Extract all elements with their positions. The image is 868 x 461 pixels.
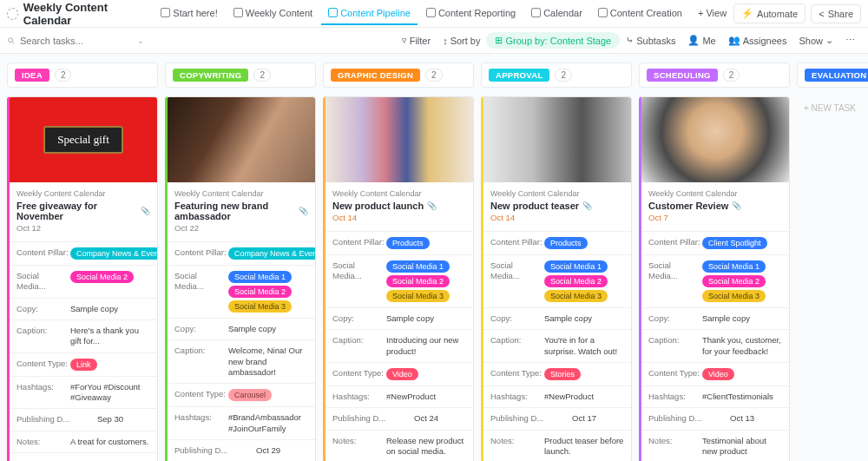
pill-link: Link [70, 359, 97, 371]
field-label: Content Type: [16, 359, 70, 369]
automate-button[interactable]: ⚡Automate [733, 3, 806, 23]
field-value: Oct 13 [702, 413, 782, 424]
sort-button[interactable]: ↕Sort by [437, 33, 486, 49]
field-label: Copy: [332, 313, 386, 324]
field-label: Publishing D... [332, 413, 386, 424]
column-header[interactable]: GRAPHIC DESIGN 2 [323, 63, 474, 88]
pill-sm2: Social Media 2 [70, 271, 134, 283]
tab-content-reporting[interactable]: Content Reporting [419, 3, 523, 25]
stage-label: GRAPHIC DESIGN [331, 69, 420, 82]
stage-count: 2 [253, 69, 271, 82]
search-box[interactable]: ⌄ [7, 36, 144, 46]
show-button[interactable]: Show ⌄ [792, 32, 839, 49]
task-card[interactable]: Weekly Content Calendar New product laun… [323, 96, 474, 461]
card-title: New product teaser [490, 201, 579, 211]
task-card[interactable]: Weekly Content Calendar New product teas… [481, 96, 632, 461]
field-label: Content Pillar: [490, 237, 544, 247]
pill-products: Products [544, 237, 588, 249]
add-view-button[interactable]: + View [691, 3, 733, 25]
tab-content-creation[interactable]: Content Creation [591, 3, 689, 25]
field-value: Sample copy [386, 313, 434, 324]
tab-weekly-content[interactable]: Weekly Content [227, 3, 319, 25]
breadcrumb: Weekly Content Calendar [648, 189, 782, 198]
card-title: Featuring new brand ambassador [174, 201, 295, 221]
card-date: Oct 14 [490, 213, 624, 222]
field-label: Publishing D... [16, 414, 70, 425]
field-label: Publishing D... [174, 445, 228, 456]
task-card[interactable]: Special gift Weekly Content Calendar Fre… [7, 96, 158, 461]
new-task-button[interactable]: + NEW TASK [797, 96, 868, 120]
person-icon: 👤 [687, 35, 700, 46]
column-header[interactable]: APPROVAL 2 [481, 63, 632, 88]
app-logo-icon [7, 8, 18, 20]
stage-count: 2 [55, 69, 72, 82]
column-header[interactable]: COPYWRITING 2 [165, 63, 316, 88]
group-by-button[interactable]: ⊞Group by: Content Stage [486, 32, 620, 49]
pill-products: Products [386, 237, 430, 249]
field-value: Welcome, Nina! Our new brand ambassador! [228, 346, 308, 378]
task-card[interactable]: Weekly Content Calendar Customer Review📎… [639, 96, 790, 461]
field-label: Content Pillar: [648, 237, 702, 247]
task-card[interactable]: Weekly Content Calendar Featuring new br… [165, 96, 316, 461]
more-button[interactable]: ⋯ [839, 32, 861, 49]
breadcrumb: Weekly Content Calendar [332, 189, 466, 198]
card-thumbnail: Special gift [10, 97, 157, 182]
column-header[interactable]: IDEA 2 [7, 63, 158, 88]
field-label: Caption: [174, 346, 228, 356]
field-value: #BrandAmbassador #JoinOurFamily [228, 412, 308, 434]
field-label: Content Pillar: [16, 247, 70, 258]
header-bar: Weekly Content Calendar Start here! Week… [0, 0, 868, 28]
column-idea: IDEA 2 Special gift Weekly Content Calen… [7, 63, 158, 461]
stage-count: 2 [555, 69, 572, 82]
add-subtask-button[interactable]: + ADD SUBTASK [10, 452, 157, 461]
pill-sm3: Social Media 3 [228, 300, 292, 313]
card-title: Customer Review [648, 201, 728, 211]
column-approval: APPROVAL 2 Weekly Content Calendar New p… [481, 63, 632, 461]
field-label: Hashtags: [332, 392, 386, 402]
field-label: Publishing D... [648, 413, 702, 424]
column-header[interactable]: SCHEDULING 2 [639, 63, 790, 88]
me-button[interactable]: 👤Me [681, 32, 721, 49]
search-input[interactable] [20, 36, 98, 46]
tab-start-here[interactable]: Start here! [154, 3, 224, 25]
column-header[interactable]: EVALUATION 0 [797, 63, 868, 88]
toolbar: ⌄ ▿Filter ↕Sort by ⊞Group by: Content St… [0, 28, 868, 54]
pill-sm2: Social Media 2 [228, 286, 292, 298]
chevron-down-icon[interactable]: ⌄ [137, 36, 144, 45]
pill-sm3: Social Media 3 [386, 290, 450, 302]
tab-calendar[interactable]: Calendar [524, 3, 589, 25]
field-label: Caption: [648, 335, 702, 346]
field-value: #NewProduct [544, 392, 594, 402]
field-label: Caption: [332, 335, 386, 346]
field-value: Oct 24 [386, 413, 466, 424]
field-label: Notes: [490, 436, 544, 446]
list-icon [598, 8, 608, 17]
share-icon: < [819, 9, 824, 19]
field-value: Sample copy [228, 324, 276, 334]
assignees-button[interactable]: 👥Assignees [722, 32, 793, 49]
field-value: #ForYou #Discount #Giveaway [70, 382, 150, 404]
pill-sm3: Social Media 3 [544, 290, 608, 302]
field-value: Here's a thank you gift for... [70, 326, 150, 347]
breadcrumb: Weekly Content Calendar [490, 189, 624, 198]
attachment-icon: 📎 [427, 201, 437, 210]
field-label: Copy: [174, 324, 228, 334]
stage-label: APPROVAL [489, 69, 549, 82]
tab-content-pipeline[interactable]: Content Pipeline [321, 3, 418, 25]
share-button[interactable]: <Share [811, 4, 861, 23]
card-date: Oct 7 [648, 213, 782, 222]
stage-label: SCHEDULING [647, 69, 718, 82]
field-label: Caption: [490, 335, 544, 346]
column-scheduling: SCHEDULING 2 Weekly Content Calendar Cus… [639, 63, 790, 461]
pill-video: Video [702, 368, 734, 380]
pill-sm1: Social Media 1 [702, 260, 766, 273]
field-label: Notes: [16, 437, 70, 447]
list-icon [233, 8, 243, 17]
field-label: Content Type: [490, 368, 544, 379]
page-title: Weekly Content Calendar [23, 1, 146, 27]
stage-label: IDEA [15, 69, 49, 82]
subtasks-button[interactable]: ⤷Subtasks [620, 32, 681, 49]
pill-stories: Stories [544, 368, 581, 380]
filter-button[interactable]: ▿Filter [396, 32, 437, 49]
kanban-board: IDEA 2 Special gift Weekly Content Calen… [0, 54, 868, 461]
